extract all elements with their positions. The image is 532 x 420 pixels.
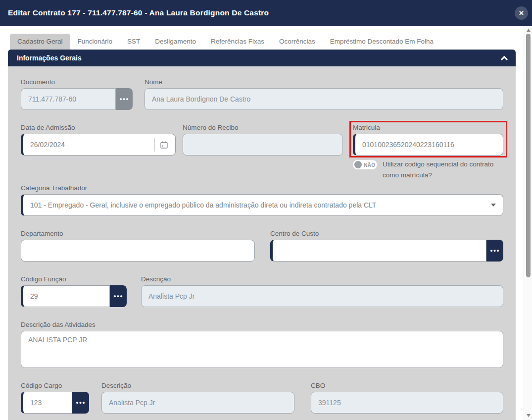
data-admissao-label: Data de Admissão (21, 124, 176, 131)
codigo-cargo-label: Código Cargo (21, 382, 89, 389)
descricao-funcao-label: Descrição (141, 275, 503, 283)
row-admissao-recibo-matricula: Data de Admissão 26/02/2024 N (21, 124, 503, 156)
numero-recibo-label: Número do Recibo (183, 124, 343, 131)
chevron-up-icon[interactable] (501, 56, 508, 63)
codigo-funcao-field[interactable] (21, 285, 110, 307)
matricula-label: Matricula (353, 124, 503, 131)
modal-title: Editar Contrato 177 - 711.477.787-60 - A… (8, 8, 269, 17)
tab-funcionario[interactable]: Funcionário (70, 34, 120, 50)
documento-field (21, 88, 116, 110)
descricao-atividades-label: Descrição das Atividades (21, 321, 503, 328)
informacoes-gerais-panel: Informações Gerais Documento ●●● Nome Da… (8, 50, 516, 420)
scroll-down-icon[interactable] (524, 412, 532, 419)
departamento-field[interactable] (21, 240, 255, 262)
descricao-cargo-label: Descrição (101, 382, 294, 389)
toggle-state: NÃO (364, 162, 375, 168)
matricula-field[interactable] (353, 134, 503, 156)
departamento-label: Departamento (21, 230, 255, 237)
codigo-funcao-lookup-icon[interactable]: ●●● (110, 285, 127, 307)
tab-cadastro-geral[interactable]: Cadastro Geral (10, 34, 70, 50)
tab-ocorrencias[interactable]: Ocorrências (272, 34, 323, 50)
data-admissao-field[interactable]: 26/02/2024 (21, 134, 176, 156)
documento-lookup-icon[interactable]: ●●● (116, 88, 133, 110)
row-departamento-centro: Departamento Centro de Custo ●●● (21, 230, 503, 262)
sequencial-toggle[interactable]: NÃO (352, 159, 378, 170)
nome-label: Nome (145, 78, 503, 86)
cbo-field (311, 392, 503, 414)
descricao-cargo-field (101, 392, 294, 414)
centro-custo-field[interactable] (270, 240, 486, 262)
toggle-label: Utilizar codigo sequencial do contrato c… (383, 159, 502, 181)
row-documento-nome: Documento ●●● Nome (21, 78, 503, 110)
codigo-funcao-label: Código Função (21, 275, 127, 283)
row-funcao: Código Função ●●● Descrição (21, 275, 503, 307)
documento-label: Documento (21, 78, 133, 86)
close-icon[interactable]: ✕ (515, 6, 528, 20)
categoria-label: Categoria Trabalhador (21, 184, 503, 192)
codigo-cargo-lookup-icon[interactable]: ●●● (72, 392, 89, 414)
chevron-down-icon (491, 204, 496, 207)
centro-custo-label: Centro de Custo (270, 230, 503, 237)
tab-emprestimo-descontado[interactable]: Empréstimo Descontado Em Folha (323, 34, 441, 50)
nome-field (145, 88, 503, 110)
row-cargo: Código Cargo ●●● Descrição CBO (21, 382, 503, 414)
categoria-select[interactable]: 101 - Empregado - Geral, inclusive o emp… (21, 194, 503, 216)
calendar-icon[interactable] (160, 141, 168, 149)
panel-header[interactable]: Informações Gerais (8, 50, 516, 66)
cbo-label: CBO (311, 382, 503, 389)
centro-custo-lookup-icon[interactable]: ●●● (486, 240, 503, 262)
scrollbar-thumb[interactable] (526, 34, 531, 277)
tab-sst[interactable]: SST (120, 34, 147, 50)
panel-title: Informações Gerais (17, 54, 82, 62)
modal-titlebar: Editar Contrato 177 - 711.477.787-60 - A… (0, 0, 532, 26)
vertical-scrollbar[interactable] (524, 26, 532, 420)
data-admissao-value: 26/02/2024 (30, 141, 65, 149)
row-categoria: Categoria Trabalhador 101 - Empregado - … (21, 184, 503, 216)
form-area: Documento ●●● Nome Data de Admissão 26/0… (8, 66, 516, 420)
tab-bar: Cadastro Geral Funcionário SST Desligame… (0, 26, 516, 50)
tab-desligamento[interactable]: Desligamento (147, 34, 203, 50)
row-atividades: Descrição das Atividades ANALISTA PCP JR (21, 321, 503, 368)
scroll-up-icon[interactable] (524, 27, 532, 34)
descricao-funcao-field (141, 285, 503, 307)
descricao-atividades-field[interactable]: ANALISTA PCP JR (21, 331, 503, 368)
tab-referencias-fixas[interactable]: Referências Fixas (203, 34, 272, 50)
toggle-knob (354, 161, 362, 168)
categoria-value: 101 - Empregado - Geral, inclusive o emp… (30, 201, 376, 209)
numero-recibo-field (183, 134, 343, 156)
codigo-cargo-field[interactable] (21, 392, 72, 414)
row-toggle-sequencial: NÃO Utilizar codigo sequencial do contra… (21, 159, 503, 181)
